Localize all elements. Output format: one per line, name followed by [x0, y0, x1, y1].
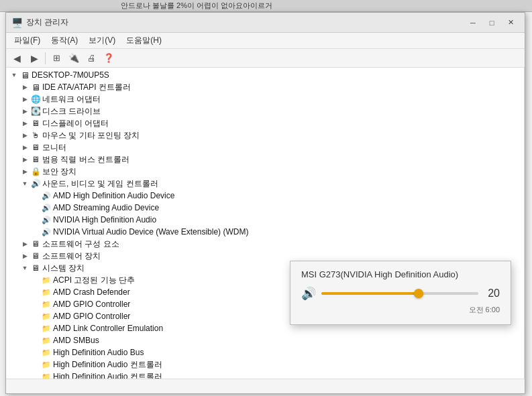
speaker-icon: 🔊 — [301, 286, 316, 301]
volume-slider[interactable] — [321, 292, 478, 295]
root-label: DESKTOP-7M0UP5S — [32, 70, 109, 80]
label-amd-smbus: AMD SMBus — [53, 336, 99, 345]
label-network: 네트워크 어댑터 — [42, 94, 101, 105]
list-item[interactable]: ▶ 🖱 마우스 및 기타 포인팅 장치 — [6, 129, 524, 141]
toolbar-forward[interactable]: ▶ — [26, 51, 42, 66]
label-sw-dev: 소프트웨어 장치 — [42, 251, 101, 262]
close-button[interactable]: ✕ — [502, 16, 519, 29]
menu-file[interactable]: 파일(F) — [9, 34, 46, 48]
expander-system[interactable]: ▼ — [19, 263, 30, 273]
label-amd-hd-audio: AMD High Definition Audio Device — [53, 191, 174, 200]
label-sound: 사운드, 비디오 및 게임 컨트롤러 — [42, 178, 158, 190]
label-display: 디스플레이 어댑터 — [42, 118, 109, 129]
list-item[interactable]: ▶ 🖥 디스플레이 어댑터 — [6, 117, 524, 129]
list-item[interactable]: 📁 AMD SMBus — [6, 334, 524, 346]
label-ide: IDE ATA/ATAPI 컨트롤러 — [42, 82, 131, 93]
label-hd-audio-bus: High Definition Audio Bus — [53, 348, 144, 357]
expander-mouse[interactable]: ▶ — [19, 130, 30, 141]
toolbar-print[interactable]: 🖨 — [83, 51, 99, 66]
label-disk: 디스크 드라이브 — [42, 106, 101, 117]
label-security: 보안 장치 — [42, 166, 76, 178]
label-nvidia-virtual: NVIDIA Virtual Audio Device (Wave Extens… — [53, 227, 248, 237]
list-item[interactable]: 🔊 NVIDIA High Definition Audio — [6, 214, 524, 226]
menu-action[interactable]: 동작(A) — [46, 34, 83, 48]
menu-bar: 파일(F) 동작(A) 보기(V) 도움말(H) — [6, 33, 525, 49]
label-hd-audio-ctrl1: High Definition Audio 컨트롤러 — [53, 359, 162, 371]
expander-network[interactable]: ▶ — [19, 94, 30, 105]
label-amd-link: AMD Link Controller Emulation — [53, 324, 163, 333]
expander-sw-dev[interactable]: ▶ — [19, 251, 30, 261]
list-item[interactable]: ▶ 🖥 소프트웨어 구성 요소 — [6, 238, 524, 250]
device-manager-window: 🖥️ 장치 관리자 ─ □ ✕ 파일(F) 동작(A) 보기(V) 도움말(H)… — [5, 12, 525, 394]
label-monitor: 모니터 — [42, 142, 66, 153]
menu-view[interactable]: 보기(V) — [83, 34, 121, 48]
volume-value: 20 — [484, 287, 500, 300]
label-nvidia-hd-audio: NVIDIA High Definition Audio — [53, 215, 156, 224]
minimize-button[interactable]: ─ — [464, 16, 482, 29]
menu-help[interactable]: 도움말(H) — [121, 34, 167, 48]
volume-time: 오전 6:00 — [301, 305, 500, 315]
label-mouse: 마우스 및 기타 포인팅 장치 — [42, 130, 140, 141]
window-controls: ─ □ ✕ — [464, 16, 519, 29]
expander-sw-comp[interactable]: ▶ — [19, 239, 30, 249]
toolbar-back[interactable]: ◀ — [9, 51, 25, 66]
label-system: 시스템 장치 — [42, 263, 85, 274]
list-item[interactable]: ▶ 🖥 범용 직렬 버스 컨트롤러 — [6, 153, 524, 166]
list-item[interactable]: ▶ 💽 디스크 드라이브 — [6, 105, 524, 117]
root-icon: 🖥 — [19, 70, 30, 80]
list-item[interactable]: 🔊 AMD Streaming Audio Device — [6, 202, 524, 214]
label-amd-crash: AMD Crash Defender — [53, 287, 130, 297]
expander-busctrl[interactable]: ▶ — [19, 154, 30, 165]
list-item[interactable]: ▶ 🌐 네트워크 어댑터 — [6, 93, 524, 105]
expander-disk[interactable]: ▶ — [19, 106, 30, 117]
toolbar-scan[interactable]: 🔌 — [66, 51, 82, 66]
device-tree[interactable]: ▼ 🖥 DESKTOP-7M0UP5S ▶ 🖥 IDE ATA/ATAPI 컨트… — [6, 68, 525, 379]
volume-slider-fill — [321, 292, 419, 295]
list-item[interactable]: 📁 High Definition Audio Bus — [6, 346, 524, 358]
label-amd-gpio1: AMD GPIO Controller — [53, 300, 130, 309]
list-item[interactable]: 🔊 AMD High Definition Audio Device — [6, 190, 524, 202]
maximize-button[interactable]: □ — [483, 16, 500, 29]
tree-root[interactable]: ▼ 🖥 DESKTOP-7M0UP5S — [6, 69, 524, 81]
list-item[interactable]: ▶ 🖥 IDE ATA/ATAPI 컨트롤러 — [6, 81, 524, 93]
volume-control: 🔊 20 — [301, 286, 500, 301]
toolbar-show-hidden[interactable]: ⊞ — [48, 51, 64, 66]
label-acpi: ACPI 고정된 기능 단추 — [53, 275, 135, 286]
toolbar-help[interactable]: ❓ — [101, 51, 117, 66]
label-busctrl: 범용 직렬 버스 컨트롤러 — [42, 154, 129, 166]
volume-slider-thumb[interactable] — [414, 289, 423, 298]
expander-ide[interactable]: ▶ — [19, 82, 30, 92]
expander-monitor[interactable]: ▶ — [19, 142, 30, 153]
volume-popup: MSI G273(NVIDIA High Definition Audio) 🔊… — [290, 261, 511, 325]
status-bar — [6, 379, 525, 393]
label-amd-gpio2: AMD GPIO Controller — [53, 312, 130, 321]
list-item[interactable]: ▼ 🔊 사운드, 비디오 및 게임 컨트롤러 — [6, 178, 524, 190]
root-expander[interactable]: ▼ — [9, 70, 19, 80]
expander-display[interactable]: ▶ — [19, 118, 30, 129]
list-item[interactable]: ▶ 🖥 모니터 — [6, 141, 524, 153]
window-title: 장치 관리자 — [26, 17, 464, 28]
label-amd-stream-audio: AMD Streaming Audio Device — [53, 203, 159, 212]
list-item[interactable]: 📁 High Definition Audio 컨트롤러 — [6, 358, 524, 371]
expander-sound[interactable]: ▼ — [19, 178, 30, 189]
expander-security[interactable]: ▶ — [19, 166, 30, 177]
title-bar: 🖥️ 장치 관리자 ─ □ ✕ — [6, 13, 525, 33]
taskbar-hint: 안드로나 볼날를 2%이 어렵이 없아요아이르거 — [0, 0, 532, 12]
toolbar-separator-1 — [45, 52, 46, 64]
list-item[interactable]: 🔊 NVIDIA Virtual Audio Device (Wave Exte… — [6, 226, 524, 238]
list-item[interactable]: ▶ 🔒 보안 장치 — [6, 166, 524, 178]
content-area: ▼ 🖥 DESKTOP-7M0UP5S ▶ 🖥 IDE ATA/ATAPI 컨트… — [6, 68, 525, 379]
label-hd-audio-ctrl2: High Definition Audio 컨트롤러 — [53, 371, 162, 379]
label-sw-comp: 소프트웨어 구성 요소 — [42, 239, 119, 250]
volume-title: MSI G273(NVIDIA High Definition Audio) — [301, 269, 500, 279]
window-icon: 🖥️ — [11, 17, 22, 28]
list-item[interactable]: 📁 High Definition Audio 컨트롤러 — [6, 371, 524, 379]
toolbar: ◀ ▶ ⊞ 🔌 🖨 ❓ — [6, 49, 525, 68]
